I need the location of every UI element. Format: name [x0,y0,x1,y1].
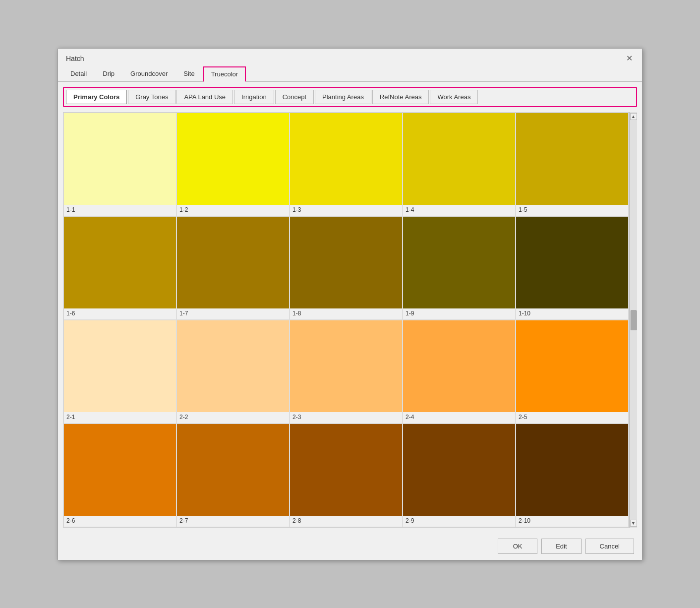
swatch-label-1-5: 1-5 [516,205,628,216]
swatch-cell-1-5[interactable]: 1-5 [516,113,629,216]
swatch-color-1-1[interactable] [64,113,176,205]
swatch-color-1-4[interactable] [403,113,515,205]
tab-drip[interactable]: Drip [95,66,122,81]
tab-detail[interactable]: Detail [63,66,94,81]
swatch-label-1-10: 1-10 [516,308,628,319]
category-tabs: Primary Colors Gray Tones APA Land Use I… [63,87,637,107]
swatch-label-2-6: 2-6 [64,516,176,527]
swatch-cell-2-1[interactable]: 2-1 [63,320,176,424]
swatch-cell-2-4[interactable]: 2-4 [403,320,516,424]
swatch-label-1-3: 1-3 [290,205,402,216]
top-tabs: Detail Drip Groundcover Site Truecolor [58,66,642,82]
swatch-label-2-2: 2-2 [177,412,289,423]
tab-truecolor[interactable]: Truecolor [203,66,246,82]
swatch-cell-1-9[interactable]: 1-9 [403,216,516,320]
swatch-cell-2-5[interactable]: 2-5 [516,320,629,424]
swatch-cell-2-3[interactable]: 2-3 [290,320,403,424]
swatch-cell-1-2[interactable]: 1-2 [176,113,290,216]
swatch-label-2-1: 2-1 [64,412,176,423]
content-area: Primary Colors Gray Tones APA Land Use I… [58,82,642,533]
swatch-cell-1-1[interactable]: 1-1 [63,113,176,216]
tab-groundcover[interactable]: Groundcover [123,66,175,81]
swatch-cell-2-10[interactable]: 2-10 [516,424,629,527]
swatch-label-2-4: 2-4 [403,412,515,423]
swatch-label-1-9: 1-9 [403,308,515,319]
category-tab-gray-tones[interactable]: Gray Tones [128,90,175,104]
swatch-color-1-5[interactable] [516,113,628,205]
category-tab-concept[interactable]: Concept [275,90,314,104]
scroll-down-arrow[interactable]: ▼ [630,520,637,527]
swatch-color-2-7[interactable] [177,424,289,516]
swatch-color-1-7[interactable] [177,217,289,308]
swatch-cell-1-3[interactable]: 1-3 [290,113,403,216]
swatch-color-1-10[interactable] [516,217,628,308]
swatch-grid: 1-11-21-31-41-51-61-71-81-91-102-12-22-3… [63,112,629,528]
swatch-cell-2-2[interactable]: 2-2 [176,320,290,424]
cancel-button[interactable]: Cancel [585,539,634,554]
category-tab-irrigation[interactable]: Irrigation [234,90,274,104]
swatch-color-1-2[interactable] [177,113,289,205]
swatch-label-1-2: 1-2 [177,205,289,216]
swatch-label-1-4: 1-4 [403,205,515,216]
hatch-dialog: Hatch ✕ Detail Drip Groundcover Site Tru… [58,48,642,560]
swatch-cell-1-7[interactable]: 1-7 [176,216,290,320]
swatch-color-2-3[interactable] [290,320,402,412]
category-tab-work-areas[interactable]: Work Areas [430,90,478,104]
swatch-color-1-6[interactable] [64,217,176,308]
swatch-label-2-8: 2-8 [290,516,402,527]
swatch-label-1-6: 1-6 [64,308,176,319]
footer: OK Edit Cancel [58,533,642,560]
swatch-label-2-10: 2-10 [516,516,628,527]
swatch-color-1-3[interactable] [290,113,402,205]
swatch-color-2-9[interactable] [403,424,515,516]
swatch-color-2-8[interactable] [290,424,402,516]
swatch-cell-1-4[interactable]: 1-4 [403,113,516,216]
swatch-label-2-5: 2-5 [516,412,628,423]
dialog-title: Hatch [66,55,84,62]
swatch-cell-2-9[interactable]: 2-9 [403,424,516,527]
swatch-label-2-7: 2-7 [177,516,289,527]
swatch-color-1-9[interactable] [403,217,515,308]
swatch-label-1-8: 1-8 [290,308,402,319]
tab-site[interactable]: Site [176,66,202,81]
category-tab-primary-colors[interactable]: Primary Colors [66,90,127,104]
category-tab-apa-land-use[interactable]: APA Land Use [176,90,233,104]
swatch-area: 1-11-21-31-41-51-61-71-81-91-102-12-22-3… [63,112,637,528]
scroll-thumb[interactable] [631,310,637,330]
swatch-cell-2-6[interactable]: 2-6 [63,424,176,527]
ok-button[interactable]: OK [498,539,537,554]
swatch-cell-1-10[interactable]: 1-10 [516,216,629,320]
swatch-label-2-3: 2-3 [290,412,402,423]
swatch-label-1-7: 1-7 [177,308,289,319]
edit-button[interactable]: Edit [541,539,581,554]
category-tab-planting-areas[interactable]: Planting Areas [315,90,371,104]
swatch-color-2-4[interactable] [403,320,515,412]
scrollbar[interactable]: ▲ ▼ [629,112,637,528]
swatch-cell-1-6[interactable]: 1-6 [63,216,176,320]
swatch-color-2-2[interactable] [177,320,289,412]
swatch-cell-2-7[interactable]: 2-7 [176,424,290,527]
swatch-cell-2-8[interactable]: 2-8 [290,424,403,527]
swatch-cell-1-8[interactable]: 1-8 [290,216,403,320]
scroll-up-arrow[interactable]: ▲ [630,113,637,120]
swatch-color-2-5[interactable] [516,320,628,412]
title-bar: Hatch ✕ [58,49,642,66]
category-tab-refnote-areas[interactable]: RefNote Areas [372,90,429,104]
swatch-color-1-8[interactable] [290,217,402,308]
swatch-label-2-9: 2-9 [403,516,515,527]
swatch-color-2-1[interactable] [64,320,176,412]
swatch-color-2-6[interactable] [64,424,176,516]
swatch-label-1-1: 1-1 [64,205,176,216]
swatch-color-2-10[interactable] [516,424,628,516]
close-button[interactable]: ✕ [624,54,634,63]
